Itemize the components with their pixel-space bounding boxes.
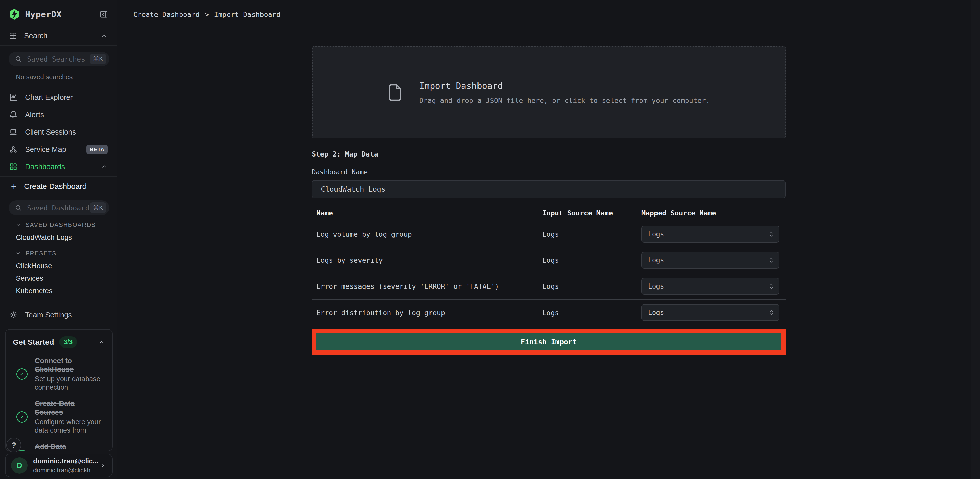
mapped-source-select[interactable]: Logs [641, 278, 779, 294]
saved-searches-input[interactable]: Saved Searches ⌘K [9, 52, 109, 66]
sidebar-divider [0, 45, 117, 46]
chevron-up-icon [98, 339, 105, 345]
shortcut-badge: ⌘K [90, 202, 106, 213]
table-row: Error messages (severity 'ERROR' or 'FAT… [312, 274, 786, 299]
breadcrumb-import-dashboard[interactable]: Import Dashboard [214, 11, 280, 18]
sidebar-item-alerts[interactable]: Alerts [0, 106, 117, 123]
selected-value: Logs [648, 256, 769, 264]
dashboard-name-label: Dashboard Name [312, 168, 786, 176]
collapse-sidebar-icon[interactable] [100, 10, 108, 19]
user-email: dominic.tran@clickh... [33, 466, 99, 474]
input-source-cell: Logs [542, 282, 638, 290]
dropzone-subtitle: Drag and drop a JSON file here, or click… [419, 97, 710, 104]
selected-value: Logs [648, 230, 769, 238]
onboarding-step-add-data[interactable]: Add Data Start sending logs, metrics, or… [13, 442, 105, 451]
create-dashboard-button[interactable]: + Create Dashboard [0, 178, 117, 195]
team-settings-label: Team Settings [25, 311, 108, 319]
topbar: Create Dashboard > Import Dashboard [118, 0, 980, 29]
group-label: SAVED DASHBOARDS [25, 222, 96, 229]
breadcrumb-create-dashboard[interactable]: Create Dashboard [133, 11, 200, 18]
sidebar-item-label: Dashboards [25, 162, 101, 171]
sidebar-item-dashboards[interactable]: Dashboards [0, 158, 117, 175]
preset-link-services[interactable]: Services [0, 272, 117, 285]
logo-row: HyperDX [0, 0, 117, 21]
step-title: Add Data [35, 442, 97, 451]
search-icon [15, 56, 22, 62]
saved-dashboards-input[interactable]: Saved Dashboards ⌘K [9, 201, 109, 215]
user-menu[interactable]: D dominic.tran@clic... dominic.tran@clic… [5, 454, 113, 477]
sidebar-item-service-map[interactable]: Service Map BETA [0, 141, 117, 158]
sidebar: HyperDX Search [0, 0, 118, 479]
preset-link-clickhouse[interactable]: ClickHouse [0, 259, 117, 272]
step-title: Connect to ClickHouse [35, 356, 97, 374]
chevron-down-icon [15, 250, 21, 256]
dashboards-icon [9, 162, 18, 171]
input-source-cell: Logs [542, 256, 638, 264]
mapped-source-select[interactable]: Logs [641, 252, 779, 269]
check-circle-icon [16, 411, 27, 423]
chart-name-cell: Error messages (severity 'ERROR' or 'FAT… [312, 282, 542, 290]
help-button[interactable]: ? [6, 438, 21, 452]
saved-dashboards-placeholder: Saved Dashboards [27, 204, 90, 212]
mapped-source-select[interactable]: Logs [641, 304, 779, 321]
sidebar-item-chart-explorer[interactable]: Chart Explorer [0, 89, 117, 106]
mapped-source-select[interactable]: Logs [641, 226, 779, 243]
breadcrumb-separator: > [205, 11, 209, 18]
json-dropzone[interactable]: Import Dashboard Drag and drop a JSON fi… [312, 46, 786, 138]
saved-searches-placeholder: Saved Searches [27, 55, 90, 63]
app-title: HyperDX [25, 9, 100, 19]
app-window: HyperDX Search [0, 0, 980, 479]
avatar: D [11, 457, 27, 474]
chevron-up-icon [101, 164, 108, 170]
scrollbar-gutter[interactable] [971, 0, 980, 479]
chevron-down-icon [15, 222, 21, 228]
chart-name-cell: Log volume by log group [312, 230, 542, 238]
column-header-mapped-source: Mapped Source Name [638, 209, 786, 217]
file-icon [388, 83, 402, 102]
beta-badge: BETA [86, 145, 108, 154]
laptop-icon [9, 128, 18, 136]
chart-explorer-icon [9, 93, 18, 101]
chevron-up-icon [100, 32, 107, 39]
step-2-label: Step 2: Map Data [312, 150, 786, 158]
sidebar-divider [0, 177, 117, 177]
group-presets[interactable]: PRESETS [0, 247, 117, 259]
dashboard-name-input[interactable] [312, 180, 786, 198]
search-section-label: Search [24, 32, 100, 40]
get-started-header[interactable]: Get Started 3/3 [13, 336, 105, 348]
no-saved-searches-note: No saved searches [16, 73, 117, 81]
breadcrumb: Create Dashboard > Import Dashboard [133, 11, 280, 18]
network-icon [9, 145, 18, 153]
dashboard-link-cloudwatch-logs[interactable]: CloudWatch Logs [0, 231, 117, 243]
search-section-icon [9, 32, 17, 40]
step-subtitle: Set up your database connection [35, 375, 105, 391]
table-row: Error distribution by log group Logs Log… [312, 299, 786, 326]
user-name: dominic.tran@clic... [33, 457, 99, 465]
select-chevrons-icon [769, 231, 774, 238]
chart-name-cell: Error distribution by log group [312, 309, 542, 317]
group-saved-dashboards[interactable]: SAVED DASHBOARDS [0, 219, 117, 231]
plus-icon: + [9, 182, 18, 191]
group-label: PRESETS [25, 250, 56, 257]
table-header-row: Name Input Source Name Mapped Source Nam… [312, 205, 786, 221]
step-title: Create Data Sources [35, 399, 97, 417]
sidebar-item-team-settings[interactable]: Team Settings [0, 306, 117, 323]
onboarding-step-sources[interactable]: Create Data Sources Configure where your… [13, 399, 105, 434]
finish-import-button[interactable]: Finish Import [316, 333, 781, 350]
select-chevrons-icon [769, 256, 774, 264]
sidebar-item-label: Alerts [25, 111, 108, 119]
sidebar-item-label: Chart Explorer [25, 93, 108, 102]
gear-icon [9, 311, 18, 319]
preset-link-kubernetes[interactable]: Kubernetes [0, 285, 117, 297]
onboarding-step-connect[interactable]: Connect to ClickHouse Set up your databa… [13, 356, 105, 391]
table-row: Log volume by log group Logs Logs [312, 221, 786, 247]
sidebar-section-search[interactable]: Search [0, 30, 117, 41]
bell-icon [9, 111, 18, 119]
input-source-cell: Logs [542, 230, 638, 238]
select-chevrons-icon [769, 309, 774, 316]
sidebar-item-client-sessions[interactable]: Client Sessions [0, 123, 117, 141]
get-started-items: Connect to ClickHouse Set up your databa… [13, 356, 105, 451]
chevron-right-icon [99, 462, 107, 469]
sidebar-item-label: Client Sessions [25, 128, 108, 136]
progress-badge: 3/3 [59, 336, 77, 348]
